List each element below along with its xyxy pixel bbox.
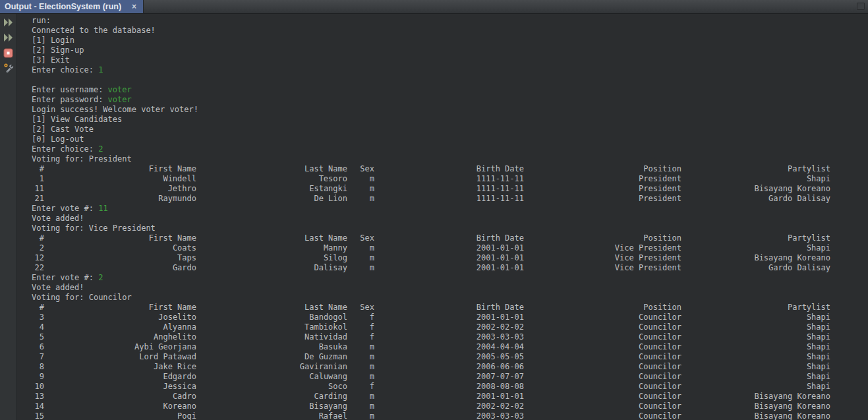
output-window-body: run:Connected to the database![1] Login[… (0, 14, 868, 420)
table-cell: Tambiokol (196, 322, 347, 332)
stop-button[interactable] (2, 47, 15, 59)
rerun-button[interactable] (2, 16, 15, 28)
user-input-echo: 11 (98, 204, 107, 213)
console-output[interactable]: run:Connected to the database![1] Login[… (17, 14, 868, 420)
table-cell: Shapi (681, 342, 830, 352)
rerun-alt-button[interactable] (2, 32, 15, 44)
table-cell: Joselito (44, 313, 196, 322)
table-cell: f (347, 313, 374, 322)
table-cell: m (347, 372, 374, 382)
table-cell: Vice President (524, 263, 681, 273)
table-cell: Vice President (524, 243, 681, 253)
console-blank-line (32, 75, 868, 85)
table-cell: Shapi (681, 362, 830, 372)
table-cell: Lord Patawad (44, 352, 196, 362)
table-cell: 7 (32, 352, 44, 362)
table-cell: Gardo Dalisay (681, 263, 830, 273)
table-row: 2CoatsMannym2001-01-01Vice PresidentShap… (32, 243, 868, 253)
table-cell: Councilor (524, 352, 681, 362)
prompt-text: Enter vote #: (32, 273, 98, 282)
table-cell: Gardo Dalisay (681, 194, 830, 204)
table-cell: De Guzman (196, 352, 347, 362)
table-cell: 12 (32, 253, 44, 263)
settings-button[interactable] (2, 62, 15, 74)
table-cell: 2001-01-01 (374, 392, 524, 402)
table-cell: m (347, 194, 374, 204)
table-cell: Aybi Georjana (44, 342, 196, 352)
table-cell: 2001-01-01 (374, 253, 524, 263)
table-header-row: #First NameLast NameSexBirth DatePositio… (32, 164, 868, 174)
table-cell: Gaviranian (196, 362, 347, 372)
table-cell: 9 (32, 372, 44, 382)
table-cell: Shapi (681, 313, 830, 322)
close-icon[interactable]: × (132, 3, 136, 11)
table-cell: m (347, 253, 374, 263)
table-cell: President (524, 184, 681, 194)
table-cell: President (524, 194, 681, 204)
column-header: Sex (347, 164, 374, 174)
console-line: run: (32, 16, 868, 26)
column-header: # (32, 164, 44, 174)
table-cell: m (347, 174, 374, 184)
table-cell: 2001-01-01 (374, 243, 524, 253)
table-row: 12TapsSilogm2001-01-01Vice PresidentBisa… (32, 253, 868, 263)
console-line: [2] Sign-up (32, 45, 868, 55)
table-cell: m (347, 243, 374, 253)
prompt-text: Enter choice: (32, 65, 98, 75)
table-row: 13CadroCardingm2001-01-01CouncilorBisaya… (32, 392, 868, 402)
table-cell: 11 (32, 184, 44, 194)
table-cell: Jessica (44, 382, 196, 392)
table-cell: Taps (44, 253, 196, 263)
table-cell: Councilor (524, 342, 681, 352)
table-cell: 2008-08-08 (374, 382, 524, 392)
console-line: Vote added! (32, 214, 868, 224)
table-cell: Bisayang Koreano (681, 392, 830, 402)
table-cell: 2 (32, 243, 44, 253)
prompt-text: Enter vote #: (32, 204, 98, 213)
table-cell: Manny (196, 243, 347, 253)
column-header: First Name (44, 164, 196, 174)
table-cell: m (347, 362, 374, 372)
table-cell: 4 (32, 322, 44, 332)
table-cell: Estangki (196, 184, 347, 194)
column-header: Birth Date (374, 164, 524, 174)
tab-output-electionsystem-run[interactable]: Output - ElectionSystem (run) × (0, 0, 144, 13)
table-cell: Carding (196, 392, 347, 402)
column-header: Birth Date (374, 303, 524, 313)
column-header: Last Name (196, 164, 347, 174)
table-cell: Silog (196, 253, 347, 263)
table-cell: Tesoro (196, 174, 347, 184)
column-header: Partylist (681, 164, 830, 174)
prompt-text: Enter username: (32, 85, 108, 94)
column-header: Last Name (196, 233, 347, 243)
table-row: 10JessicaSocof2008-08-08CouncilorShapi (32, 382, 868, 392)
console-line: [3] Exit (32, 55, 868, 65)
output-window-titlebar: Output - ElectionSystem (run) × (0, 0, 868, 14)
table-cell: 13 (32, 392, 44, 402)
table-cell: Bisayang Koreano (681, 184, 830, 194)
table-cell: Pogi (44, 411, 196, 420)
console-line: Voting for: Vice President (32, 224, 868, 233)
column-header: Sex (347, 303, 374, 313)
console-prompt-line: Enter choice: 2 (32, 144, 868, 154)
table-cell: 10 (32, 382, 44, 392)
minimize-icon[interactable] (857, 3, 865, 10)
table-cell: Cadro (44, 392, 196, 402)
table-cell: 8 (32, 362, 44, 372)
table-cell: 21 (32, 194, 44, 204)
console-line: Connected to the database! (32, 26, 868, 36)
table-row: 7Lord PatawadDe Guzmanm2005-05-05Council… (32, 352, 868, 362)
console-line: [1] View Candidates (32, 115, 868, 125)
console-prompt-line: Enter vote #: 11 (32, 204, 868, 214)
table-cell: Anghelito (44, 332, 196, 342)
table-cell: Caluwang (196, 372, 347, 382)
table-cell: Koreano (44, 402, 196, 411)
column-header: Position (524, 303, 681, 313)
user-input-echo: 2 (98, 144, 103, 154)
table-cell: 1111-11-11 (374, 184, 524, 194)
table-cell: Windell (44, 174, 196, 184)
stop-square-icon (3, 48, 13, 58)
table-cell: Councilor (524, 372, 681, 382)
table-row: 5AnghelitoNatividadf2003-03-03CouncilorS… (32, 332, 868, 342)
table-cell: m (347, 184, 374, 194)
